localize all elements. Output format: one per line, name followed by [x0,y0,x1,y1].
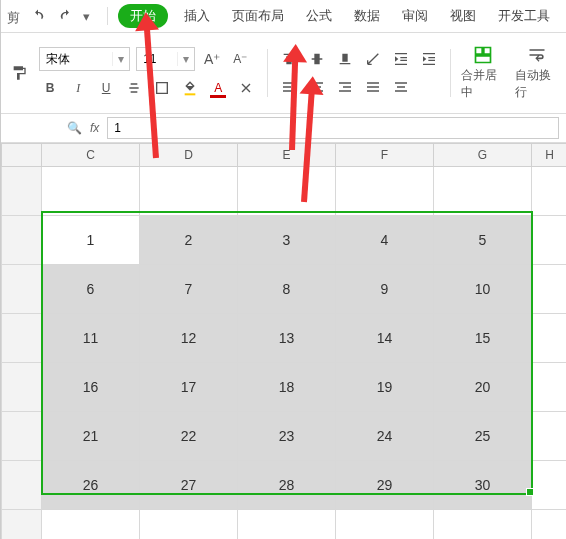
cell[interactable]: 2 [140,216,238,265]
chevron-down-icon[interactable]: ▾ [112,52,129,66]
font-name-input[interactable] [40,52,112,66]
cell[interactable] [532,363,567,412]
cell[interactable] [42,510,140,540]
fill-handle[interactable] [526,488,534,496]
cell[interactable]: 14 [336,314,434,363]
chevron-down-icon[interactable]: ▾ [177,52,194,66]
tab-view[interactable]: 视图 [444,3,482,29]
cell[interactable]: 20 [434,363,532,412]
clear-format-button[interactable] [235,77,257,99]
cell[interactable] [532,461,567,510]
cell[interactable] [336,510,434,540]
increase-font-button[interactable]: A⁺ [201,48,223,70]
cell[interactable]: 13 [238,314,336,363]
format-painter-button[interactable] [9,62,29,84]
cell[interactable] [434,167,532,216]
cell[interactable]: 29 [336,461,434,510]
redo-button[interactable] [55,5,77,27]
align-middle-button[interactable] [306,48,328,70]
formula-input[interactable] [107,117,559,139]
row-header[interactable] [2,412,42,461]
underline-button[interactable]: U [95,77,117,99]
tab-insert[interactable]: 插入 [178,3,216,29]
cell[interactable]: 21 [42,412,140,461]
row-header[interactable] [2,510,42,540]
justify-button[interactable] [362,76,384,98]
cell[interactable] [238,510,336,540]
cell[interactable] [532,216,567,265]
fill-color-button[interactable] [179,77,201,99]
cell[interactable] [140,510,238,540]
cell[interactable]: 1 [42,216,140,265]
tab-devtools[interactable]: 开发工具 [492,3,556,29]
italic-button[interactable]: I [67,77,89,99]
indent-decrease-button[interactable] [390,48,412,70]
col-header[interactable]: H [532,144,567,167]
cell[interactable]: 25 [434,412,532,461]
cell[interactable]: 17 [140,363,238,412]
cell[interactable]: 24 [336,412,434,461]
cell[interactable]: 5 [434,216,532,265]
cell[interactable]: 9 [336,265,434,314]
row-header[interactable] [2,363,42,412]
cell[interactable] [238,167,336,216]
cell[interactable]: 10 [434,265,532,314]
row-header[interactable] [2,216,42,265]
tab-formula[interactable]: 公式 [300,3,338,29]
cell[interactable]: 16 [42,363,140,412]
col-header[interactable]: F [336,144,434,167]
cell[interactable]: 4 [336,216,434,265]
cell[interactable]: 22 [140,412,238,461]
wrap-text-button[interactable]: 自动换行 [515,45,559,101]
merge-center-button[interactable]: 合并居中 [461,45,505,101]
tab-data[interactable]: 数据 [348,3,386,29]
cell[interactable]: 6 [42,265,140,314]
cell[interactable]: 26 [42,461,140,510]
cell[interactable]: 15 [434,314,532,363]
cell[interactable] [532,314,567,363]
col-header[interactable]: C [42,144,140,167]
spreadsheet-grid[interactable]: C D E F G H 1 2 3 4 5 [1,143,566,539]
cell[interactable]: 3 [238,216,336,265]
undo-button[interactable] [27,5,49,27]
align-right-button[interactable] [334,76,356,98]
strikethrough-button[interactable] [123,77,145,99]
bold-button[interactable]: B [39,77,61,99]
cell[interactable]: 8 [238,265,336,314]
row-header[interactable] [2,167,42,216]
cell[interactable] [434,510,532,540]
cell[interactable]: 30 [434,461,532,510]
orientation-button[interactable] [362,48,384,70]
cell[interactable] [532,265,567,314]
row-header[interactable] [2,265,42,314]
cell[interactable] [532,510,567,540]
cell[interactable] [532,167,567,216]
distribute-button[interactable] [390,76,412,98]
row-header[interactable] [2,314,42,363]
font-name-combo[interactable]: ▾ [39,47,130,71]
cell[interactable] [140,167,238,216]
cell[interactable]: 18 [238,363,336,412]
cell[interactable]: 27 [140,461,238,510]
tab-review[interactable]: 审阅 [396,3,434,29]
align-bottom-button[interactable] [334,48,356,70]
cell[interactable]: 11 [42,314,140,363]
decrease-font-button[interactable]: A⁻ [229,48,251,70]
font-size-input[interactable] [137,52,177,66]
col-header[interactable]: E [238,144,336,167]
tab-page-layout[interactable]: 页面布局 [226,3,290,29]
cell[interactable] [336,167,434,216]
col-header[interactable]: G [434,144,532,167]
cell[interactable]: 19 [336,363,434,412]
row-header[interactable] [2,461,42,510]
cell[interactable]: 28 [238,461,336,510]
indent-increase-button[interactable] [418,48,440,70]
cell[interactable]: 7 [140,265,238,314]
cell[interactable] [532,412,567,461]
qat-dropdown-icon[interactable]: ▾ [83,9,97,23]
magnify-icon[interactable]: 🔍 [67,121,82,135]
cell[interactable] [42,167,140,216]
cell[interactable]: 12 [140,314,238,363]
corner-cell[interactable] [2,144,42,167]
font-color-button[interactable]: A [207,77,229,99]
